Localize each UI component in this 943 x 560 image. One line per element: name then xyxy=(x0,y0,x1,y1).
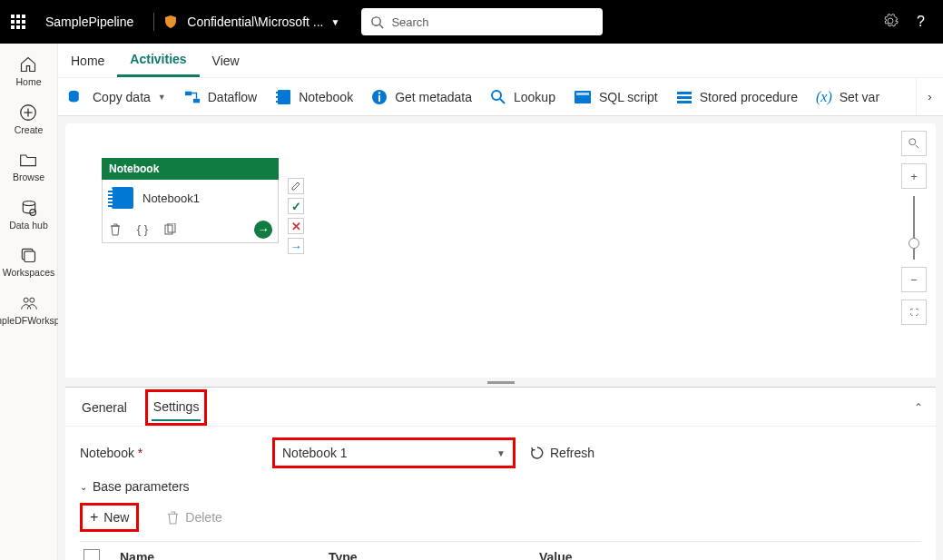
ribbon-copy-data[interactable]: Copy data▼ xyxy=(67,89,166,105)
svg-rect-8 xyxy=(25,251,35,262)
node-title: Notebook1 xyxy=(142,192,200,205)
workspace-breadcrumb[interactable]: Confidential\Microsoft ... xyxy=(187,15,323,29)
fit-screen-icon[interactable]: ⛶ xyxy=(901,300,927,325)
base-parameters-header[interactable]: ⌄ Base parameters xyxy=(80,479,921,494)
svg-point-10 xyxy=(29,298,34,302)
notebook-icon xyxy=(112,187,133,209)
ribbon-set-variable[interactable]: (x)Set var xyxy=(816,89,879,105)
svg-rect-25 xyxy=(677,92,692,94)
code-braces-icon[interactable]: { } xyxy=(135,222,150,237)
rail-workspaces[interactable]: Workspaces xyxy=(3,243,55,279)
pipeline-name: SamplePipeline xyxy=(45,15,133,29)
svg-rect-19 xyxy=(378,95,380,102)
rail-datahub[interactable]: Data hub xyxy=(9,196,48,231)
select-all-checkbox[interactable] xyxy=(83,549,100,560)
delete-button[interactable]: Delete xyxy=(162,508,225,526)
search-icon xyxy=(370,15,384,29)
variable-icon: (x) xyxy=(816,89,832,105)
database-icon xyxy=(67,89,85,105)
copy-icon[interactable] xyxy=(162,222,177,237)
column-value: Value xyxy=(539,550,811,560)
rail-home[interactable]: Home xyxy=(15,53,41,88)
success-handle[interactable]: ✓ xyxy=(288,198,304,214)
dataflow-icon xyxy=(184,90,201,104)
column-type: Type xyxy=(329,550,539,560)
notebook-icon xyxy=(275,89,291,105)
svg-rect-26 xyxy=(677,96,692,99)
svg-point-5 xyxy=(23,201,34,205)
svg-point-20 xyxy=(378,92,380,93)
ribbon-sql-script[interactable]: SQL script xyxy=(574,90,658,104)
column-name: Name xyxy=(120,550,329,560)
search-input[interactable]: Search xyxy=(361,8,603,35)
tab-activities[interactable]: Activities xyxy=(117,44,199,77)
app-launcher-icon[interactable] xyxy=(11,15,25,29)
svg-point-9 xyxy=(24,298,28,302)
chevron-down-icon: ⌄ xyxy=(80,482,87,492)
svg-rect-13 xyxy=(193,98,200,103)
sql-icon xyxy=(574,90,592,104)
svg-rect-12 xyxy=(185,91,192,95)
notebook-activity-node[interactable]: Notebook Notebook1 { } → ✓ ✕ → xyxy=(102,158,279,243)
canvas-search-icon[interactable] xyxy=(901,131,927,156)
svg-rect-15 xyxy=(276,92,279,93)
divider xyxy=(153,13,154,31)
svg-rect-14 xyxy=(278,90,290,104)
lookup-icon xyxy=(490,89,506,105)
help-icon[interactable]: ? xyxy=(917,14,925,30)
zoom-out-icon[interactable]: − xyxy=(901,267,927,292)
chevron-down-icon[interactable]: ▼ xyxy=(330,17,339,27)
pencil-handle[interactable] xyxy=(288,178,304,194)
refresh-icon xyxy=(530,446,545,460)
svg-rect-17 xyxy=(276,101,279,103)
completion-handle[interactable]: → xyxy=(288,238,304,254)
info-icon xyxy=(371,89,388,105)
gear-icon[interactable] xyxy=(882,13,899,32)
ribbon-dataflow[interactable]: Dataflow xyxy=(184,90,257,104)
search-placeholder: Search xyxy=(391,15,428,29)
svg-line-31 xyxy=(916,145,919,149)
shield-icon xyxy=(163,14,180,30)
trash-icon xyxy=(166,511,180,525)
collapse-panel-icon[interactable]: ⌃ xyxy=(914,401,923,414)
tab-home[interactable]: Home xyxy=(58,44,117,77)
chevron-down-icon: ▼ xyxy=(496,448,506,458)
new-button[interactable]: + New xyxy=(86,507,133,527)
tab-view[interactable]: View xyxy=(200,44,252,77)
plus-icon: + xyxy=(90,509,98,526)
delete-icon[interactable] xyxy=(108,222,123,237)
zoom-slider[interactable] xyxy=(913,196,915,260)
panel-resize-handle[interactable] xyxy=(58,378,943,387)
ribbon-notebook[interactable]: Notebook xyxy=(275,89,353,105)
svg-point-0 xyxy=(372,16,380,25)
zoom-in-icon[interactable]: + xyxy=(901,163,927,189)
svg-point-21 xyxy=(492,91,501,100)
procedure-icon xyxy=(676,90,693,104)
svg-line-22 xyxy=(500,99,505,103)
refresh-button[interactable]: Refresh xyxy=(530,446,594,460)
notebook-label: Notebook * xyxy=(80,446,274,460)
svg-rect-24 xyxy=(576,93,589,95)
svg-rect-27 xyxy=(677,101,692,103)
prop-tab-general[interactable]: General xyxy=(80,395,129,420)
ribbon-stored-procedure[interactable]: Stored procedure xyxy=(676,90,798,104)
svg-point-30 xyxy=(909,139,916,145)
ribbon-get-metadata[interactable]: Get metadata xyxy=(371,89,472,105)
svg-rect-16 xyxy=(276,96,279,98)
ribbon-lookup[interactable]: Lookup xyxy=(490,89,555,105)
notebook-select[interactable]: Notebook 1 ▼ xyxy=(274,439,514,467)
prop-tab-settings[interactable]: Settings xyxy=(152,394,201,421)
svg-line-1 xyxy=(380,25,384,28)
node-header: Notebook xyxy=(102,158,279,180)
chevron-down-icon: ▼ xyxy=(158,93,166,102)
scroll-right-button[interactable]: › xyxy=(916,78,943,115)
run-icon[interactable]: → xyxy=(254,221,272,239)
rail-create[interactable]: Create xyxy=(15,101,44,136)
failure-handle[interactable]: ✕ xyxy=(288,218,304,234)
pipeline-canvas[interactable]: Notebook Notebook1 { } → ✓ ✕ → + − xyxy=(65,123,936,378)
rail-browse[interactable]: Browse xyxy=(13,148,44,183)
